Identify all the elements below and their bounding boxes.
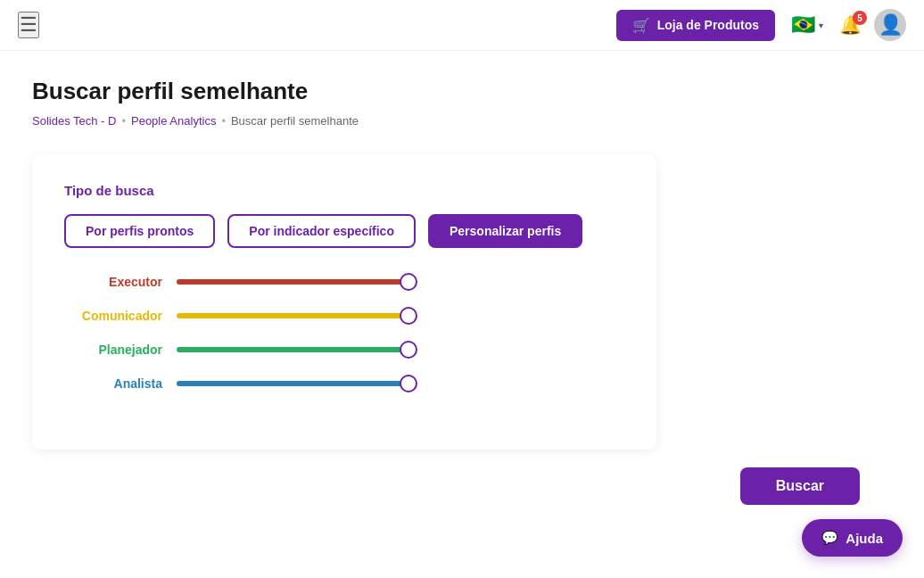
section-label: Tipo de busca	[64, 183, 624, 198]
user-avatar-button[interactable]: 👤	[874, 9, 906, 41]
sliders-section: Executor Comunicador Planejador	[64, 275, 624, 391]
language-selector[interactable]: 🇧🇷 ▾	[788, 12, 827, 38]
avatar-icon: 👤	[879, 13, 903, 37]
breadcrumb-part1[interactable]: Solides Tech - D	[32, 114, 116, 128]
page-title: Buscar perfil semelhante	[32, 78, 892, 105]
slider-track-analista	[177, 381, 408, 386]
slider-row-comunicador: Comunicador	[64, 309, 624, 323]
slider-row-analista: Analista	[64, 376, 624, 391]
slider-row-planejador: Planejador	[64, 343, 624, 357]
slider-row-executor: Executor	[64, 275, 624, 289]
flag-icon: 🇧🇷	[791, 13, 815, 37]
chevron-down-icon: ▾	[819, 21, 823, 30]
ajuda-icon: 💬	[821, 530, 838, 546]
slider-label-executor: Executor	[64, 275, 162, 289]
hamburger-button[interactable]: ☰	[18, 12, 39, 38]
cart-icon: 🛒	[632, 17, 650, 34]
ajuda-label: Ajuda	[846, 531, 883, 546]
header-left: ☰	[18, 12, 39, 38]
breadcrumb-separator-1: •	[121, 114, 126, 128]
main-content: Buscar perfil semelhante Solides Tech - …	[0, 51, 924, 576]
slider-track-comunicador	[177, 313, 408, 318]
header: ☰ 🛒 Loja de Produtos 🇧🇷 ▾ 🔔 5 👤	[0, 0, 924, 51]
breadcrumb-part2[interactable]: People Analytics	[131, 114, 216, 128]
breadcrumb: Solides Tech - D • People Analytics • Bu…	[32, 114, 892, 128]
search-card: Tipo de busca Por perfis prontos Por ind…	[32, 154, 656, 450]
slider-track-executor	[177, 279, 408, 285]
slider-label-analista: Analista	[64, 376, 162, 391]
tabs-row: Por perfis prontos Por indicador específ…	[64, 214, 624, 248]
slider-track-planejador	[177, 347, 408, 352]
breadcrumb-separator-2: •	[221, 114, 226, 128]
notification-badge: 5	[853, 11, 867, 25]
slider-label-planejador: Planejador	[64, 343, 162, 357]
bottom-actions: Buscar	[32, 467, 892, 505]
slider-label-comunicador: Comunicador	[64, 309, 162, 323]
tab-personalizar-perfis[interactable]: Personalizar perfis	[428, 214, 582, 248]
notification-button[interactable]: 🔔 5	[839, 14, 862, 36]
tab-perfis-prontos[interactable]: Por perfis prontos	[64, 214, 215, 248]
ajuda-button[interactable]: 💬 Ajuda	[802, 519, 903, 557]
store-button[interactable]: 🛒 Loja de Produtos	[616, 10, 775, 41]
buscar-button[interactable]: Buscar	[740, 467, 860, 505]
tab-indicador-especifico[interactable]: Por indicador específico	[227, 214, 416, 248]
breadcrumb-part3: Buscar perfil semelhante	[231, 114, 359, 128]
store-button-label: Loja de Produtos	[657, 18, 759, 32]
header-actions: 🛒 Loja de Produtos 🇧🇷 ▾ 🔔 5 👤	[616, 9, 906, 41]
